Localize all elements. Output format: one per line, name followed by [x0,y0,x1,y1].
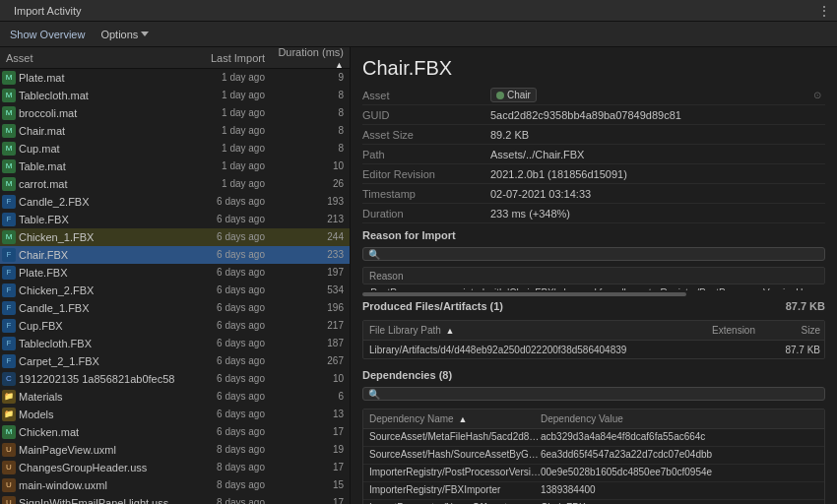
list-item[interactable]: 📁 Models 6 days ago 13 [0,406,350,423]
mat-icon: M [2,425,16,439]
row-duration: 213 [269,214,348,224]
reason-search-input[interactable] [383,248,819,260]
list-item[interactable]: U SignInWithEmailPanel.light.uss 8 days … [0,494,350,504]
reason-for-import-label: Reason for Import [362,229,456,241]
row-last-import: 6 days ago [180,338,269,348]
row-name: Plate.mat [19,72,180,84]
detail-row-editor-revision: Editor Revision 2021.2.0b1 (181856d15091… [362,164,825,184]
artifacts-header: File Library Path ▲ Extension Size [363,321,824,341]
row-last-import: 6 days ago [180,302,269,313]
artifact-size: 87.7 KB [755,345,824,355]
dep-value: acb329d3a4a84e4f8dcaf6fa55ac664c [541,431,824,442]
chevron-down-icon [141,32,149,36]
reason-for-import-header: Reason for Import [351,223,837,245]
row-duration: 197 [269,267,348,278]
artifacts-table: File Library Path ▲ Extension Size Libra… [362,320,825,359]
row-duration: 13 [269,409,348,419]
guid-label: GUID [362,109,490,121]
list-body[interactable]: M Plate.mat 1 day ago 9 M Tablecloth.mat… [0,69,350,504]
list-item[interactable]: 📁 Materials 6 days ago 6 [0,388,350,406]
row-last-import: 6 days ago [180,214,269,224]
list-item[interactable]: U ChangesGroupHeader.uss 8 days ago 17 [0,459,350,476]
dep-search-bar[interactable]: 🔍 [362,387,825,401]
menu-dots-icon[interactable]: ⋮ [817,3,831,19]
list-item[interactable]: F Chicken_2.FBX 6 days ago 534 [0,282,350,299]
detail-row-asset: Asset Chair ⊙ [362,86,825,105]
row-duration: 17 [269,426,348,437]
list-item[interactable]: F Candle_1.FBX 6 days ago 196 [0,299,350,317]
reason-search-bar[interactable]: 🔍 [362,247,825,261]
uxml-icon: U [2,478,16,492]
row-duration: 8 [269,90,348,100]
row-name: Chicken.mat [19,426,180,438]
list-item[interactable]: M broccoli.mat 1 day ago 8 [0,104,350,122]
row-duration: 17 [269,462,348,472]
list-item[interactable]: F Table.FBX 6 days ago 213 [0,211,350,228]
dep-search-icon: 🔍 [368,389,380,400]
row-duration: 233 [269,249,348,260]
row-name: SignInWithEmailPanel.light.uss [19,497,180,505]
copy-icon[interactable]: ⊙ [813,90,825,101]
list-item[interactable]: M Tablecloth.mat 1 day ago 8 [0,87,350,104]
options-button[interactable]: Options [97,27,153,42]
list-item[interactable]: U MainPageView.uxml 8 days ago 19 [0,441,350,459]
asset-label: Asset [362,90,490,101]
right-panel[interactable]: Chair.FBX Asset Chair ⊙ GUID 5acd2d82c93… [351,47,837,504]
options-label: Options [100,29,138,40]
dep-sort-icon: ▲ [458,414,467,424]
list-item[interactable]: F Plate.FBX 6 days ago 197 [0,264,350,282]
row-duration: 534 [269,284,348,295]
dep-header: Dependency Name ▲ Dependency Value [363,410,824,429]
list-item[interactable]: M carrot.mat 1 day ago 26 [0,175,350,193]
produced-files-size: 87.7 KB [786,300,825,312]
row-duration: 8 [269,143,348,154]
row-last-import: 6 days ago [180,249,269,260]
list-item[interactable]: C 1912202135 1a856821ab0fec58 6 days ago… [0,370,350,388]
list-item[interactable]: M Plate.mat 1 day ago 9 [0,69,350,87]
row-name: Candle_1.FBX [19,302,180,314]
row-last-import: 1 day ago [180,160,269,171]
asset-size-label: Asset Size [362,129,490,141]
dep-name: SourceAsset/Hash/SourceAssetByGUID/5acd2… [363,449,541,460]
list-item[interactable]: F Tablecloth.FBX 6 days ago 187 [0,335,350,352]
list-item[interactable]: M Chicken.mat 6 days ago 17 [0,423,350,441]
row-name: Table.mat [19,160,180,172]
dep-name: ImporterRegistry/FBXImporter [363,484,541,495]
list-item[interactable]: F Cup.FBX 6 days ago 217 [0,317,350,335]
dep-name: ImporterRegistry/PostProcessorVersionHas… [363,467,541,477]
tab-label: Import Activity [6,5,89,17]
row-name: MainPageView.uxml [19,444,180,456]
row-duration: 9 [269,72,348,83]
dep-body: SourceAsset/MetaFileHash/5acd2d82c9358bb… [363,429,824,504]
row-name: Table.FBX [19,214,180,225]
detail-row-guid: GUID 5acd2d82c9358bb4a89ba07849d89c81 [362,105,825,125]
dep-search-input[interactable] [383,388,819,400]
fbx-icon: F [2,213,16,226]
artifacts-row: Library/Artifacts/d4/d448eb92a250d022200… [363,341,824,358]
list-item[interactable]: F Chair.FBX 6 days ago 233 [0,246,350,264]
reason-header-row: Reason [362,267,825,284]
list-item[interactable]: M Chair.mat 1 day ago 8 [0,122,350,140]
artifacts-body: Library/Artifacts/d4/d448eb92a250d022200… [363,341,824,358]
reason-search-icon: 🔍 [368,249,380,260]
list-item[interactable]: F Candle_2.FBX 6 days ago 193 [0,193,350,211]
list-header: Asset Last Import Duration (ms) ▲ [0,47,350,69]
path-label: Path [362,149,490,160]
list-item[interactable]: M Table.mat 1 day ago 10 [0,158,350,175]
asset-size-value: 89.2 KB [490,129,825,141]
show-overview-button[interactable]: Show Overview [6,27,89,42]
list-item[interactable]: F Carpet_2_1.FBX 6 days ago 267 [0,352,350,370]
fbx-icon: F [2,319,16,333]
fbx-icon: F [2,195,16,209]
produced-files-header: Produced Files/Artifacts (1) 87.7 KB [351,294,837,316]
asset-circle-icon [496,92,504,99]
row-last-import: 6 days ago [180,267,269,278]
row-last-import: 1 day ago [180,125,269,136]
fbx-icon: F [2,354,16,368]
main-layout: Asset Last Import Duration (ms) ▲ M Plat… [0,47,837,504]
row-last-import: 6 days ago [180,391,269,402]
list-item[interactable]: M Cup.mat 1 day ago 8 [0,140,350,158]
list-item[interactable]: M Chicken_1.FBX 6 days ago 244 [0,228,350,246]
folder-icon: 📁 [2,408,16,421]
list-item[interactable]: U main-window.uxml 8 days ago 15 [0,476,350,494]
